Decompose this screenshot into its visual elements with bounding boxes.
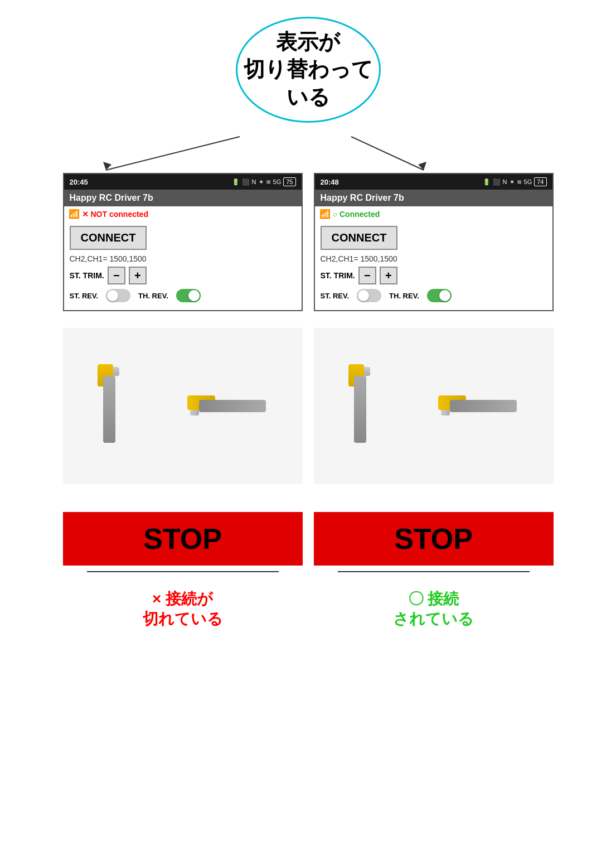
arrows-container [0, 134, 616, 173]
svg-line-2 [351, 137, 424, 170]
right-status-bar: 20:48 🔋 ⬛ N ✶ ≋ 5G 74 [315, 174, 552, 190]
left-app-content: CONNECT CH2,CH1= 1500,1500 ST. TRIM. − +… [64, 221, 302, 310]
left-th-rev-knob [188, 290, 200, 301]
right-joystick-panel [314, 328, 554, 484]
right-stop-panel: STOP [314, 512, 554, 578]
right-joystick-vertical[interactable] [350, 370, 370, 443]
right-phone-screenshot: 20:48 🔋 ⬛ N ✶ ≋ 5G 74 Happy RC Driver 7b… [314, 173, 554, 311]
left-st-rev-knob [107, 290, 118, 301]
right-status-circle: ○ [333, 210, 337, 219]
right-joystick-stick-v [354, 376, 366, 443]
left-trim-row: ST. TRIM. − + [70, 267, 296, 284]
right-th-rev-label: TH. REV. [389, 292, 419, 300]
annotation-bubble-text: 表示が切り替わっている [244, 28, 373, 111]
right-st-rev-label: ST. REV. [321, 292, 350, 300]
left-battery-icon: 🔋 [232, 178, 240, 186]
right-stop-button[interactable]: STOP [314, 512, 554, 566]
right-trim-label: ST. TRIM. [321, 271, 355, 280]
right-stop-divider [338, 571, 530, 572]
left-connection-status: 📶 ✕ NOT connected [64, 206, 302, 221]
right-st-rev-toggle[interactable] [357, 289, 381, 302]
phones-row: 20:45 🔋 ⬛ N ✶ ≋ 5G 75 Happy RC Driver 7b… [0, 173, 616, 311]
right-th-rev-toggle[interactable] [427, 289, 452, 302]
right-app-header: Happy RC Driver 7b [315, 190, 552, 206]
right-status-time: 20:48 [321, 178, 339, 186]
right-st-rev-knob [358, 290, 369, 301]
right-toggle-row: ST. REV. TH. REV. [321, 289, 547, 306]
top-annotation-area: 表示が切り替わっている [0, 0, 616, 134]
right-wifi-icon: ≋ [517, 178, 522, 186]
left-connect-button[interactable]: CONNECT [70, 226, 147, 250]
right-connection-text: Connected [339, 210, 380, 219]
left-joystick-stick-h [199, 400, 266, 412]
right-app-title: Happy RC Driver 7b [321, 193, 404, 202]
right-joystick-horizontal[interactable] [444, 397, 517, 416]
left-signal-icon: 📶 [69, 209, 80, 219]
left-status-bar: 20:45 🔋 ⬛ N ✶ ≋ 5G 75 [64, 174, 302, 190]
bottom-annotations: × 接続が切れている 〇 接続されている [0, 583, 616, 652]
left-toggle-row: ST. REV. TH. REV. [70, 289, 296, 306]
left-joystick-vertical[interactable] [99, 370, 119, 443]
right-bluetooth-icon: ⬛ [493, 178, 501, 186]
right-th-rev-knob [439, 290, 450, 301]
left-app-title: Happy RC Driver 7b [70, 193, 153, 202]
left-app-header: Happy RC Driver 7b [64, 190, 302, 206]
left-stop-panel: STOP [63, 512, 303, 578]
left-wifi-icon: ≋ [266, 178, 271, 186]
right-battery-percent: 74 [534, 177, 546, 186]
svg-line-0 [106, 137, 240, 170]
right-battery-icon: 🔋 [483, 178, 491, 186]
left-trim-label: ST. TRIM. [70, 271, 104, 280]
left-nfc-icon: N [252, 178, 256, 185]
right-app-content: CONNECT CH2,CH1= 1500,1500 ST. TRIM. − +… [315, 221, 552, 310]
left-status-time: 20:45 [70, 178, 88, 186]
right-bluetooth2-icon: ✶ [510, 178, 515, 186]
left-trim-plus[interactable]: + [129, 267, 147, 284]
right-connection-status: 📶 ○ Connected [315, 206, 552, 221]
joysticks-row [0, 311, 616, 501]
stop-buttons-row: STOP STOP [0, 501, 616, 583]
right-trim-row: ST. TRIM. − + [321, 267, 547, 284]
right-nfc-icon: N [503, 178, 507, 185]
left-joystick-stick-v [103, 376, 115, 443]
right-trim-plus[interactable]: + [380, 267, 397, 284]
right-bottom-label: 〇 接続されている [314, 589, 554, 630]
left-phone-screenshot: 20:45 🔋 ⬛ N ✶ ≋ 5G 75 Happy RC Driver 7b… [63, 173, 303, 311]
left-joystick-horizontal[interactable] [193, 397, 266, 416]
left-status-x: ✕ [82, 210, 89, 219]
left-data-icon: 5G [273, 178, 282, 185]
right-signal-icon: 📶 [319, 209, 331, 219]
right-data-icon: 5G [524, 178, 532, 185]
left-connection-text: NOT connected [91, 210, 148, 219]
left-channel-info: CH2,CH1= 1500,1500 [70, 254, 296, 263]
left-status-icons: 🔋 ⬛ N ✶ ≋ 5G 75 [232, 177, 296, 186]
left-stop-button[interactable]: STOP [63, 512, 303, 566]
right-joystick-stick-h [450, 400, 517, 412]
left-bluetooth-icon: ⬛ [242, 178, 250, 186]
right-connect-button[interactable]: CONNECT [321, 226, 398, 250]
left-stop-divider [87, 571, 279, 572]
left-st-rev-toggle[interactable] [106, 289, 130, 302]
left-bluetooth2-icon: ✶ [259, 178, 264, 186]
left-trim-minus[interactable]: − [108, 267, 125, 284]
left-th-rev-toggle[interactable] [176, 289, 201, 302]
left-st-rev-label: ST. REV. [70, 292, 99, 300]
arrows-svg [0, 134, 616, 173]
left-th-rev-label: TH. REV. [138, 292, 168, 300]
right-status-icons: 🔋 ⬛ N ✶ ≋ 5G 74 [483, 177, 547, 186]
annotation-bubble: 表示が切り替わっている [236, 17, 381, 123]
left-battery-percent: 75 [283, 177, 295, 186]
left-joystick-panel [63, 328, 303, 484]
left-bottom-label: × 接続が切れている [63, 589, 303, 630]
right-channel-info: CH2,CH1= 1500,1500 [321, 254, 547, 263]
right-trim-minus[interactable]: − [358, 267, 376, 284]
